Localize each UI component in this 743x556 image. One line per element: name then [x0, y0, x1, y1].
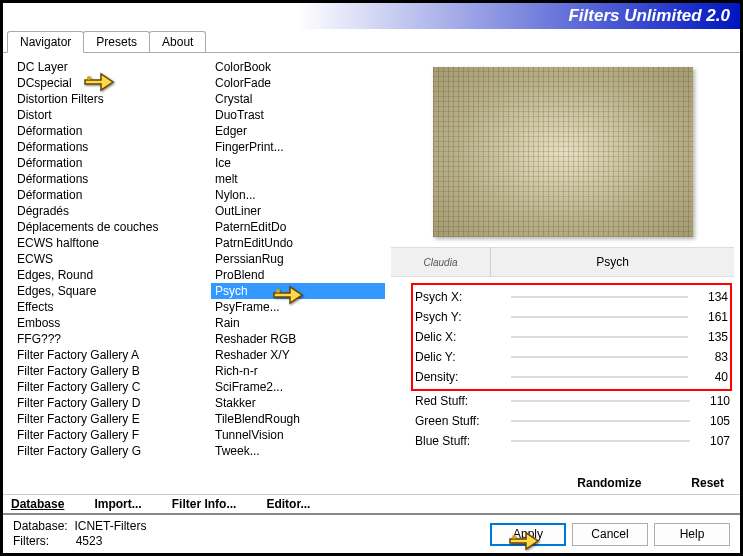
- current-filter-name: Psych: [491, 255, 734, 269]
- filter-item[interactable]: PaternEditDo: [211, 219, 385, 235]
- filter-item[interactable]: melt: [211, 171, 385, 187]
- category-item[interactable]: Filter Factory Gallery A: [13, 347, 207, 363]
- filter-preview-image: [433, 67, 693, 237]
- slider-value: 110: [696, 394, 730, 408]
- filter-item[interactable]: PerssianRug: [211, 251, 385, 267]
- category-item[interactable]: Filter Factory Gallery F: [13, 427, 207, 443]
- category-item[interactable]: ECWS halftone: [13, 235, 207, 251]
- svg-point-0: [87, 76, 91, 80]
- slider-row: Delic X:135: [415, 327, 728, 347]
- filter-item[interactable]: Ice: [211, 155, 385, 171]
- category-item[interactable]: Déformation: [13, 187, 207, 203]
- slider-value: 40: [694, 370, 728, 384]
- filter-item[interactable]: FingerPrint...: [211, 139, 385, 155]
- titlebar: Filters Unlimited 2.0: [3, 3, 740, 29]
- author-stamp: Claudia: [391, 247, 491, 277]
- category-item[interactable]: FFG???: [13, 331, 207, 347]
- app-title: Filters Unlimited 2.0: [568, 6, 730, 26]
- toolbar: Database Import... Filter Info... Editor…: [3, 494, 740, 513]
- category-item[interactable]: Filter Factory Gallery B: [13, 363, 207, 379]
- svg-point-1: [276, 289, 280, 293]
- category-item[interactable]: Filter Factory Gallery C: [13, 379, 207, 395]
- category-item[interactable]: Filter Factory Gallery G: [13, 443, 207, 459]
- slider-track[interactable]: [511, 420, 690, 422]
- filter-item[interactable]: SciFrame2...: [211, 379, 385, 395]
- tutorial-pointer-icon: [272, 281, 306, 310]
- editor-button[interactable]: Editor...: [266, 497, 310, 511]
- filter-item[interactable]: ColorFade: [211, 75, 385, 91]
- category-item[interactable]: Distort: [13, 107, 207, 123]
- category-item[interactable]: ECWS: [13, 251, 207, 267]
- slider-label: Delic X:: [415, 330, 505, 344]
- category-item[interactable]: Déformations: [13, 139, 207, 155]
- slider-label: Red Stuff:: [415, 394, 505, 408]
- cancel-button[interactable]: Cancel: [572, 523, 648, 546]
- filter-item[interactable]: TunnelVision: [211, 427, 385, 443]
- filter-info-button[interactable]: Filter Info...: [172, 497, 237, 511]
- slider-label: Psych X:: [415, 290, 505, 304]
- filter-item[interactable]: Edger: [211, 123, 385, 139]
- category-item[interactable]: Déplacements de couches: [13, 219, 207, 235]
- category-item[interactable]: Déformations: [13, 171, 207, 187]
- tab-strip: Navigator Presets About: [3, 31, 740, 53]
- slider-label: Density:: [415, 370, 505, 384]
- slider-label: Blue Stuff:: [415, 434, 505, 448]
- category-item[interactable]: Edges, Round: [13, 267, 207, 283]
- filter-item[interactable]: TileBlendRough: [211, 411, 385, 427]
- tutorial-pointer-icon: [83, 68, 117, 97]
- slider-label: Delic Y:: [415, 350, 505, 364]
- reset-button[interactable]: Reset: [691, 476, 724, 490]
- slider-row: Red Stuff:110: [415, 391, 730, 411]
- slider-row: Delic Y:83: [415, 347, 728, 367]
- slider-track[interactable]: [511, 376, 688, 378]
- slider-track[interactable]: [511, 400, 690, 402]
- category-item[interactable]: Déformation: [13, 123, 207, 139]
- slider-label: Psych Y:: [415, 310, 505, 324]
- filter-item[interactable]: Reshader X/Y: [211, 347, 385, 363]
- slider-value: 134: [694, 290, 728, 304]
- slider-value: 161: [694, 310, 728, 324]
- slider-row: Green Stuff:105: [415, 411, 730, 431]
- slider-value: 105: [696, 414, 730, 428]
- category-list[interactable]: DC LayerDCspecialDistortion FiltersDisto…: [13, 59, 207, 491]
- filter-item[interactable]: Rich-n-r: [211, 363, 385, 379]
- slider-track[interactable]: [511, 440, 690, 442]
- tab-about[interactable]: About: [149, 31, 206, 52]
- slider-track[interactable]: [511, 316, 688, 318]
- slider-row: Blue Stuff:107: [415, 431, 730, 451]
- category-item[interactable]: Emboss: [13, 315, 207, 331]
- filter-item[interactable]: Tweek...: [211, 443, 385, 459]
- database-button[interactable]: Database: [11, 497, 64, 511]
- category-item[interactable]: Déformation: [13, 155, 207, 171]
- tab-navigator[interactable]: Navigator: [7, 31, 84, 53]
- tab-presets[interactable]: Presets: [83, 31, 150, 52]
- randomize-button[interactable]: Randomize: [577, 476, 641, 490]
- slider-row: Density:40: [415, 367, 728, 387]
- category-item[interactable]: Dégradés: [13, 203, 207, 219]
- filter-item[interactable]: OutLiner: [211, 203, 385, 219]
- filter-item[interactable]: DuoTrast: [211, 107, 385, 123]
- filter-item[interactable]: Rain: [211, 315, 385, 331]
- category-item[interactable]: Effects: [13, 299, 207, 315]
- filter-item[interactable]: Stakker: [211, 395, 385, 411]
- filter-item[interactable]: Reshader RGB: [211, 331, 385, 347]
- slider-value: 107: [696, 434, 730, 448]
- filter-item[interactable]: ColorBook: [211, 59, 385, 75]
- slider-track[interactable]: [511, 356, 688, 358]
- slider-track[interactable]: [511, 336, 688, 338]
- filter-list[interactable]: ColorBookColorFadeCrystalDuoTrastEdgerFi…: [211, 59, 385, 491]
- filter-item[interactable]: PatrnEditUndo: [211, 235, 385, 251]
- status-info: Database: ICNET-Filters Filters: 4523: [13, 519, 146, 549]
- filter-item[interactable]: Nylon...: [211, 187, 385, 203]
- category-item[interactable]: Filter Factory Gallery E: [13, 411, 207, 427]
- tutorial-pointer-icon: [508, 527, 542, 556]
- highlighted-sliders: Psych X:134Psych Y:161Delic X:135Delic Y…: [411, 283, 732, 391]
- slider-track[interactable]: [511, 296, 688, 298]
- slider-value: 83: [694, 350, 728, 364]
- category-item[interactable]: Filter Factory Gallery D: [13, 395, 207, 411]
- preview-panel: Claudia Psych Psych X:134Psych Y:161Deli…: [389, 59, 736, 492]
- category-item[interactable]: Edges, Square: [13, 283, 207, 299]
- filter-item[interactable]: Crystal: [211, 91, 385, 107]
- import-button[interactable]: Import...: [94, 497, 141, 511]
- help-button[interactable]: Help: [654, 523, 730, 546]
